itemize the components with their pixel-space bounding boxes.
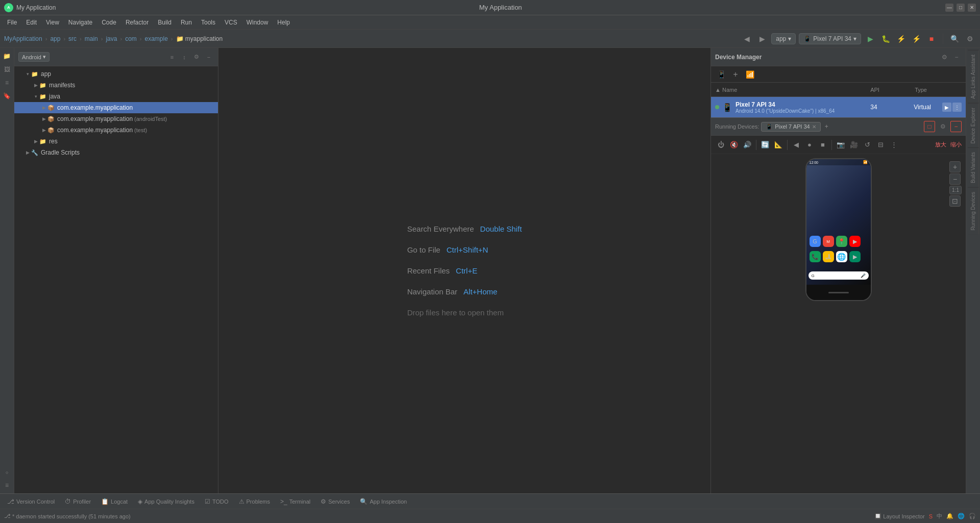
running-tab-close[interactable]: ✕ xyxy=(812,124,816,130)
menu-build[interactable]: Build xyxy=(154,17,176,28)
zoom-out-button[interactable]: − xyxy=(949,173,961,185)
shortcut-goto-key[interactable]: Ctrl+Shift+N xyxy=(447,245,488,254)
vtab-device-explorer[interactable]: Device Explorer xyxy=(968,103,979,148)
rd-close-button[interactable]: − xyxy=(950,121,962,132)
breadcrumb-main[interactable]: main xyxy=(85,35,98,42)
menu-vcs[interactable]: VCS xyxy=(220,17,241,28)
tab-problems[interactable]: ⚠ Problems xyxy=(234,494,275,509)
tab-profiler[interactable]: ⏱ Profiler xyxy=(60,494,96,509)
running-device-tab[interactable]: 📱 Pixel 7 API 34 ✕ xyxy=(761,122,821,132)
vtab-running-devices[interactable]: Running Devices xyxy=(968,187,979,235)
device-selector[interactable]: 📱 Pixel 7 API 34 ▾ xyxy=(799,33,861,44)
dm-phone-icon[interactable]: 📱 xyxy=(715,68,727,81)
maximize-button[interactable]: □ xyxy=(957,4,965,12)
dm-settings-icon[interactable]: ⚙ xyxy=(939,52,949,62)
sidebar-bookmarks-icon[interactable]: 🔖 xyxy=(1,90,13,102)
ctrl-overview[interactable]: ■ xyxy=(817,139,828,151)
android-view-selector[interactable]: Android ▾ xyxy=(18,52,50,62)
rd-screen-button[interactable]: □ xyxy=(924,121,935,132)
menu-code[interactable]: Code xyxy=(97,17,120,28)
shortcut-search-key[interactable]: Double Shift xyxy=(480,225,522,233)
app-icon-chrome[interactable]: 🌐 xyxy=(836,251,847,262)
rd-settings-button[interactable]: ⚙ xyxy=(937,121,948,132)
tree-item-res[interactable]: ▶ 📁 res xyxy=(14,136,218,147)
sidebar-project-icon[interactable]: 📁 xyxy=(1,50,13,62)
tree-item-java[interactable]: ▾ 📁 java xyxy=(14,91,218,102)
tree-item-gradle[interactable]: ▶ 🔧 Gradle Scripts xyxy=(14,147,218,158)
ctrl-more[interactable]: ⋮ xyxy=(888,139,899,151)
panel-sync-icon[interactable]: ↕ xyxy=(179,52,189,62)
zoom-in-button[interactable]: + xyxy=(949,161,961,172)
chinese-input-label[interactable]: 中 xyxy=(937,512,942,520)
breadcrumb-java[interactable]: java xyxy=(106,35,117,42)
panel-minimize-icon[interactable]: − xyxy=(204,52,214,62)
back-history-button[interactable]: ◀ xyxy=(741,33,753,45)
tab-app-quality[interactable]: ◈ App Quality Insights xyxy=(133,494,200,509)
tree-item-pkg-main[interactable]: ▶ 📦 com.example.myapplication xyxy=(14,102,218,113)
menu-file[interactable]: File xyxy=(3,17,21,28)
menu-refactor[interactable]: Refactor xyxy=(121,17,153,28)
ctrl-resize[interactable]: ⊟ xyxy=(875,139,886,151)
sidebar-resource-manager-icon[interactable]: 🖼 xyxy=(1,63,13,76)
ctrl-volume[interactable]: 🔊 xyxy=(742,139,753,151)
dm-add-button[interactable]: + xyxy=(729,68,742,81)
dm-more-button[interactable]: ⋮ xyxy=(952,103,962,112)
app-icon-phone[interactable]: 📞 xyxy=(810,251,821,262)
panel-collapse-all-icon[interactable]: ≡ xyxy=(167,52,177,62)
menu-edit[interactable]: Edit xyxy=(22,17,41,28)
breadcrumb-app[interactable]: app xyxy=(50,35,60,42)
tree-item-app[interactable]: ▾ 📁 app xyxy=(14,68,218,80)
menu-view[interactable]: View xyxy=(42,17,63,28)
tree-item-pkg-android[interactable]: ▶ 📦 com.example.myapplication (androidTe… xyxy=(14,113,218,124)
ctrl-home[interactable]: ● xyxy=(804,139,815,151)
ctrl-rotate-left[interactable]: ↺ xyxy=(862,139,873,151)
run-config-selector[interactable]: app ▾ xyxy=(771,33,796,44)
close-button[interactable]: ✕ xyxy=(968,4,976,12)
search-button[interactable]: 🔍 xyxy=(948,33,961,45)
tree-item-pkg-test[interactable]: ▶ 📦 com.example.myapplication (test) xyxy=(14,124,218,136)
ctrl-mute[interactable]: 🔇 xyxy=(728,139,740,151)
stop-button[interactable]: ■ xyxy=(925,33,938,45)
tab-logcat[interactable]: 📋 Logcat xyxy=(96,494,133,509)
minimize-button[interactable]: — xyxy=(945,4,953,12)
globe-icon[interactable]: 🌐 xyxy=(958,513,965,519)
dm-launch-button[interactable]: ▶ xyxy=(942,103,951,112)
forward-history-button[interactable]: ▶ xyxy=(756,33,768,45)
breadcrumb-myapplication2[interactable]: 📁 myapplication xyxy=(176,35,223,42)
ctrl-back[interactable]: ◀ xyxy=(791,139,802,151)
tab-version-control[interactable]: ⎇ Version Control xyxy=(2,494,60,509)
tab-app-inspection[interactable]: 🔍 App Inspection xyxy=(355,494,412,509)
settings-button[interactable]: ⚙ xyxy=(964,33,976,45)
run-button[interactable]: ▶ xyxy=(864,33,876,45)
breadcrumb-myapplication[interactable]: MyApplication xyxy=(4,35,42,42)
breadcrumb-src[interactable]: src xyxy=(68,35,77,42)
menu-navigate[interactable]: Navigate xyxy=(64,17,96,28)
menu-window[interactable]: Window xyxy=(242,17,273,28)
menu-run[interactable]: Run xyxy=(177,17,196,28)
headset-icon[interactable]: 🎧 xyxy=(969,513,976,519)
shortcut-navbar-key[interactable]: Alt+Home xyxy=(463,287,497,296)
dm-close-icon[interactable]: − xyxy=(951,52,962,62)
shortcut-recent-key[interactable]: Ctrl+E xyxy=(456,266,477,275)
app-icon-maps[interactable]: 📍 xyxy=(836,236,847,247)
breadcrumb-example[interactable]: example xyxy=(144,35,167,42)
ctrl-fold[interactable]: 📐 xyxy=(773,139,784,151)
menu-help[interactable]: Help xyxy=(273,17,294,28)
apply-changes-button[interactable]: ⚡ xyxy=(910,33,922,45)
app-icon-google[interactable]: G xyxy=(810,236,821,247)
profile-button[interactable]: ⚡ xyxy=(895,33,907,45)
app-icon-gmail[interactable]: M xyxy=(823,236,834,247)
zoom-fit-button[interactable]: ⊡ xyxy=(949,195,961,207)
tab-terminal[interactable]: >_ Terminal xyxy=(275,494,315,509)
panel-settings-icon[interactable]: ⚙ xyxy=(191,52,202,62)
breadcrumb-com[interactable]: com xyxy=(125,35,137,42)
running-add-button[interactable]: + xyxy=(825,123,828,130)
tab-services[interactable]: ⚙ Services xyxy=(315,494,355,509)
sougou-icon[interactable]: S xyxy=(929,513,933,519)
layout-inspector-link[interactable]: 🔲 Layout Inspector xyxy=(874,513,924,519)
debug-button[interactable]: 🐛 xyxy=(879,33,892,45)
app-icon-photos[interactable]: 🏞 xyxy=(823,251,834,262)
ctrl-record[interactable]: 🎥 xyxy=(848,139,860,151)
sidebar-bottom-icon[interactable]: ≡ xyxy=(1,479,13,491)
tree-item-manifests[interactable]: ▶ 📁 manifests xyxy=(14,80,218,91)
